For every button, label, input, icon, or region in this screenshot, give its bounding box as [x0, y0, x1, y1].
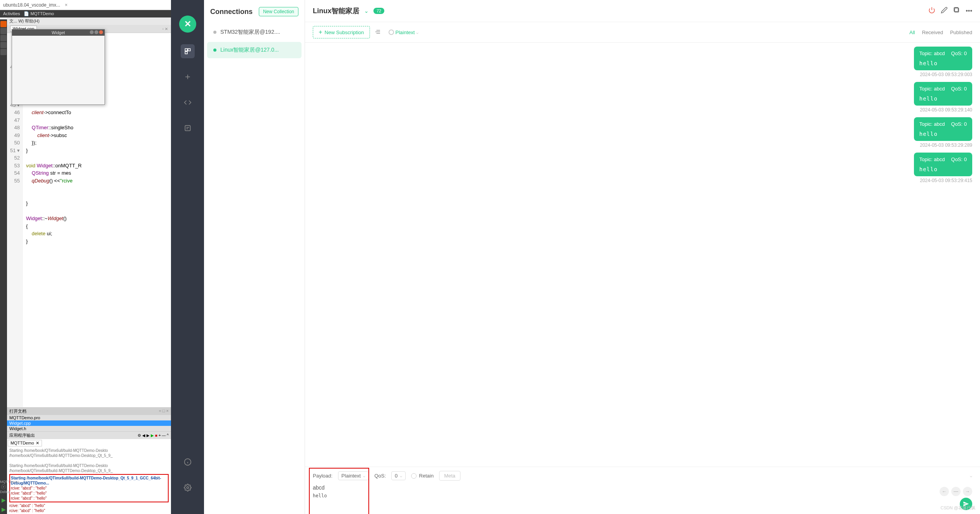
open-documents: 打开文档 ÷ □ × MQTTDemo.proWidget.cppWidget.…: [7, 407, 171, 431]
run-icon[interactable]: ▶: [0, 497, 7, 503]
log-icon[interactable]: [181, 121, 195, 135]
connections-icon[interactable]: [181, 44, 195, 58]
info-icon[interactable]: [181, 455, 195, 469]
edit-icon[interactable]: [941, 7, 948, 15]
meta-button[interactable]: Meta: [439, 471, 460, 481]
launcher-icon[interactable]: [0, 28, 7, 34]
prev-icon[interactable]: ←: [940, 487, 949, 496]
main-header: Linux智能家居 ⌄ 72 •••: [305, 0, 980, 22]
next-icon[interactable]: →: [963, 487, 972, 496]
tab-published[interactable]: Published: [950, 30, 972, 35]
connection-title: Linux智能家居: [313, 6, 359, 16]
activities-label[interactable]: Activities: [3, 11, 20, 16]
collapse-icon[interactable]: [375, 29, 381, 36]
script-icon[interactable]: [181, 96, 195, 109]
tab-all[interactable]: All: [909, 30, 915, 35]
connections-panel: Connections New Collection STM32智能家居@192…: [204, 0, 305, 514]
debug-sidebar: MQTTDemo ⦿ Debug ▶ ▶: [0, 478, 7, 514]
widget-window[interactable]: Widget: [12, 29, 105, 105]
payload-type-select[interactable]: Plaintext ⌵: [338, 471, 369, 480]
chevron-down-icon: ⌵: [363, 474, 365, 478]
message-item[interactable]: Topic: abcdQoS: 0 hello 2024-05-03 09:53…: [914, 153, 972, 186]
connections-header: Connections New Collection: [204, 0, 305, 23]
chevron-down-icon: ⌵: [416, 30, 419, 35]
tab-received[interactable]: Received: [922, 30, 943, 35]
status-dot-icon: [213, 49, 216, 52]
power-icon[interactable]: [928, 7, 935, 15]
topic-input[interactable]: abcd: [313, 484, 972, 491]
new-subscription-button[interactable]: + New Subscription: [313, 26, 370, 38]
close-icon[interactable]: ×: [65, 2, 68, 8]
clear-icon[interactable]: —: [951, 487, 961, 496]
ide-panel: ubuntu18.04_vscode_imx... × Activities 📄…: [0, 0, 171, 514]
ubuntu-launcher: [0, 19, 7, 506]
status-dot-icon: [213, 31, 216, 34]
output-text: Starting /home/book/QTimx6ull/build-MQTT…: [7, 447, 171, 514]
watermark: CSDN @花落已飘: [941, 505, 975, 511]
firefox-icon[interactable]: [0, 21, 7, 27]
browser-tab[interactable]: ubuntu18.04_vscode_imx... ×: [0, 0, 171, 10]
new-collection-button[interactable]: New Collection: [259, 7, 298, 16]
message-item[interactable]: Topic: abcdQoS: 0 hello 2024-05-03 09:53…: [914, 82, 972, 116]
qos-select[interactable]: 0 ⌵: [391, 471, 406, 480]
minimize-icon[interactable]: [90, 30, 94, 34]
message-item[interactable]: Topic: abcdQoS: 0 hello 2024-05-03 09:53…: [914, 47, 972, 80]
output-controls[interactable]: ⚙ ◀ ▶ ▶ ■ + — ^: [138, 433, 169, 438]
window-icon[interactable]: [953, 7, 960, 15]
list-item[interactable]: Widget.cpp: [7, 420, 171, 426]
chevron-down-icon[interactable]: ⌵: [970, 474, 972, 478]
widget-titlebar[interactable]: Widget: [12, 30, 105, 36]
subscription-bar: + New Subscription Plaintext ⌵ All Recei…: [305, 22, 980, 43]
debug-icon[interactable]: ▶: [0, 506, 7, 512]
output-panel: 应用程序输出 ⚙ ◀ ▶ ▶ ■ + — ^ MQTTDemo ✕ Starti…: [7, 431, 171, 514]
open-docs-header[interactable]: 打开文档 ÷ □ ×: [7, 408, 171, 415]
svg-point-11: [187, 487, 188, 489]
menu-bar[interactable]: 文... W) 帮助(H): [7, 17, 171, 25]
list-item[interactable]: Widget.h: [7, 426, 171, 431]
connection-item[interactable]: STM32智能家居@192....: [207, 24, 302, 40]
message-count-badge: 72: [373, 8, 384, 14]
plus-icon[interactable]: [181, 70, 195, 84]
filter-tabs: All Received Published: [909, 30, 972, 35]
more-icon[interactable]: •••: [966, 7, 972, 14]
close-icon[interactable]: ✕: [36, 441, 39, 446]
settings-icon[interactable]: [181, 481, 195, 495]
launcher-icon[interactable]: [0, 35, 7, 41]
svg-rect-1: [188, 49, 190, 51]
list-item[interactable]: MQTTDemo.pro: [7, 415, 171, 420]
ubuntu-top-bar: Activities 📄 MQTTDemo: [0, 10, 171, 17]
main-panel: Linux智能家居 ⌄ 72 ••• + New Subscription Pl…: [305, 0, 980, 514]
format-selector[interactable]: Plaintext ⌵: [389, 30, 419, 35]
mqttx-sidebar: ✕: [171, 0, 204, 514]
circle-icon: [389, 30, 394, 35]
payload-input[interactable]: hello: [313, 493, 972, 498]
output-header: 应用程序输出 ⚙ ◀ ▶ ▶ ■ + — ^: [7, 432, 171, 439]
mqttx-logo-icon[interactable]: ✕: [179, 16, 196, 33]
output-tab[interactable]: MQTTDemo ✕: [8, 440, 42, 446]
chevron-down-icon: ⌵: [400, 474, 402, 478]
retain-checkbox[interactable]: Retain: [411, 473, 434, 479]
payload-label: Payload:: [313, 473, 333, 479]
tab-title: ubuntu18.04_vscode_imx...: [3, 2, 60, 8]
message-item[interactable]: Topic: abcdQoS: 0 hello 2024-05-03 09:53…: [914, 117, 972, 151]
chevron-down-icon[interactable]: ⌄: [364, 8, 369, 14]
editor-controls[interactable]: ▫ ✕: [162, 27, 168, 31]
connection-item[interactable]: Linux智能家居@127.0...: [207, 42, 302, 58]
connections-title: Connections: [210, 8, 253, 16]
close-icon[interactable]: [99, 30, 103, 34]
messages-list[interactable]: Topic: abcdQoS: 0 hello 2024-05-03 09:53…: [305, 43, 980, 467]
svg-rect-0: [185, 49, 187, 51]
launcher-icon[interactable]: [0, 49, 7, 55]
qos-label: QoS:: [374, 473, 386, 479]
maximize-icon[interactable]: [94, 30, 98, 34]
launcher-icon[interactable]: [0, 42, 7, 48]
svg-rect-5: [185, 125, 190, 130]
svg-rect-2: [185, 52, 187, 54]
publisher-panel: Payload: Plaintext ⌵ QoS: 0 ⌵ Retain Met…: [305, 467, 980, 514]
